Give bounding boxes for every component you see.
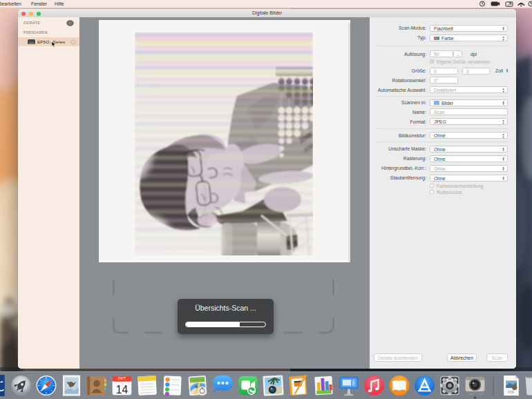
svg-text:14: 14 (116, 384, 129, 396)
svg-text:OKT: OKT (118, 376, 126, 380)
svg-text:PDF: PDF (508, 391, 515, 394)
